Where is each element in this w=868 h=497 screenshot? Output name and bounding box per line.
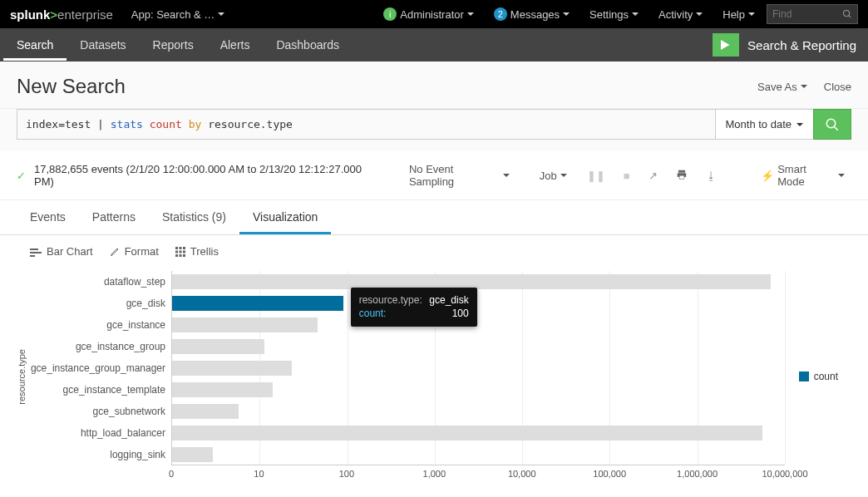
settings-menu[interactable]: Settings bbox=[581, 3, 647, 26]
chart-type-picker[interactable]: Bar Chart bbox=[30, 245, 93, 258]
run-search-button[interactable] bbox=[813, 109, 851, 140]
stop-button[interactable]: ■ bbox=[619, 166, 635, 185]
bar[interactable] bbox=[172, 296, 343, 311]
app-brand-label: Search & Reporting bbox=[739, 38, 868, 52]
tab-visualization[interactable]: Visualization bbox=[239, 200, 331, 234]
logo-product: enterprise bbox=[57, 7, 113, 22]
activity-menu[interactable]: Activity bbox=[650, 3, 711, 26]
caret-down-icon bbox=[467, 12, 474, 16]
search-mode-dropdown[interactable]: ⚡ Smart Mode bbox=[754, 160, 851, 191]
bar-row[interactable]: logging_sink bbox=[172, 447, 213, 462]
job-menu[interactable]: Job bbox=[533, 166, 574, 185]
messages-count-badge: 2 bbox=[494, 7, 507, 21]
svg-rect-12 bbox=[183, 247, 185, 249]
x-tick: 10,000,000 bbox=[762, 469, 807, 479]
page-header: New Search Save As Close bbox=[0, 62, 868, 109]
bar[interactable] bbox=[172, 361, 292, 376]
bar-row[interactable]: gce_instance_group_manager bbox=[172, 361, 292, 376]
tab-events[interactable]: Events bbox=[17, 200, 79, 234]
event-sampling-dropdown[interactable]: No Event Sampling bbox=[402, 160, 516, 191]
share-button[interactable]: ↗ bbox=[644, 166, 663, 185]
bar[interactable] bbox=[172, 404, 239, 419]
tab-statistics[interactable]: Statistics (9) bbox=[149, 200, 239, 234]
bar[interactable] bbox=[172, 426, 762, 440]
legend-swatch bbox=[799, 372, 809, 381]
search-input[interactable]: index=test | stats count by resource.typ… bbox=[17, 109, 715, 140]
bar-label: logging_sink bbox=[28, 449, 165, 460]
svg-rect-18 bbox=[183, 254, 185, 257]
logo-brand: splunk bbox=[10, 7, 50, 22]
time-range-picker[interactable]: Month to date bbox=[715, 109, 814, 140]
bar-row[interactable]: gce_instance_group bbox=[172, 339, 264, 354]
app-selector[interactable]: App: Search & … bbox=[123, 3, 233, 26]
bar-label: gce_instance bbox=[28, 319, 165, 331]
search-row: index=test | stats count by resource.typ… bbox=[0, 109, 868, 151]
print-button[interactable] bbox=[671, 165, 693, 186]
close-button[interactable]: Close bbox=[824, 81, 851, 93]
caret-down-icon bbox=[838, 174, 845, 177]
find-box[interactable] bbox=[767, 4, 858, 24]
x-axis: 0101001,00010,000100,0001,000,00010,000,… bbox=[171, 465, 785, 482]
check-icon: ✓ bbox=[17, 170, 26, 182]
svg-rect-16 bbox=[175, 254, 178, 257]
svg-rect-7 bbox=[30, 248, 38, 250]
search-icon bbox=[825, 117, 840, 132]
caret-down-icon bbox=[218, 12, 224, 16]
svg-rect-13 bbox=[175, 250, 178, 253]
svg-line-1 bbox=[848, 16, 851, 18]
nav-item-search[interactable]: Search bbox=[3, 29, 67, 61]
nav-item-datasets[interactable]: Datasets bbox=[67, 29, 139, 61]
help-menu[interactable]: Help bbox=[714, 3, 763, 26]
bar[interactable] bbox=[172, 382, 273, 397]
save-as-label: Save As bbox=[757, 81, 797, 93]
administrator-menu[interactable]: i Administrator bbox=[375, 2, 482, 26]
x-tick: 10,000 bbox=[508, 469, 536, 479]
app-brand-icon bbox=[713, 33, 739, 57]
bar-row[interactable]: http_load_balancer bbox=[172, 426, 762, 440]
app-selector-label: App: Search & … bbox=[131, 8, 215, 21]
chart-plot[interactable]: dataflow_stepgce_diskgce_instancegce_ins… bbox=[171, 271, 785, 465]
chart-area: resource.type dataflow_stepgce_diskgce_i… bbox=[0, 268, 868, 490]
grid-icon bbox=[175, 247, 185, 257]
svg-rect-10 bbox=[175, 247, 178, 249]
messages-menu[interactable]: 2 Messages bbox=[486, 2, 578, 26]
bar-label: http_load_balancer bbox=[28, 427, 165, 439]
nav-item-reports[interactable]: Reports bbox=[140, 29, 207, 61]
format-button[interactable]: Format bbox=[110, 245, 159, 258]
svg-rect-11 bbox=[179, 247, 181, 249]
x-tick: 100 bbox=[339, 469, 354, 479]
svg-rect-14 bbox=[179, 250, 181, 253]
bar[interactable] bbox=[172, 274, 771, 289]
viz-toolbar: Bar Chart Format Trellis bbox=[0, 235, 868, 268]
trellis-button[interactable]: Trellis bbox=[175, 245, 219, 258]
x-tick: 10 bbox=[254, 469, 264, 479]
tab-patterns[interactable]: Patterns bbox=[79, 200, 149, 234]
x-tick: 1,000 bbox=[423, 469, 446, 479]
bar-row[interactable]: gce_disk bbox=[172, 296, 343, 311]
bar-label: gce_subnetwork bbox=[28, 406, 165, 417]
bar-row[interactable]: dataflow_step bbox=[172, 274, 771, 289]
nav-item-dashboards[interactable]: Dashboards bbox=[263, 29, 353, 61]
bar-chart-icon bbox=[30, 247, 42, 257]
activity-label: Activity bbox=[658, 8, 693, 21]
find-input[interactable] bbox=[772, 8, 842, 20]
bar[interactable] bbox=[172, 447, 213, 462]
svg-rect-17 bbox=[179, 254, 181, 257]
bar[interactable] bbox=[172, 339, 264, 354]
logo: splunk>enterprise bbox=[10, 7, 113, 22]
close-label: Close bbox=[824, 81, 851, 93]
save-as-button[interactable]: Save As bbox=[757, 81, 807, 93]
svg-rect-4 bbox=[678, 170, 685, 172]
x-tick: 0 bbox=[169, 469, 174, 479]
pause-button[interactable]: ❚❚ bbox=[582, 166, 610, 185]
settings-label: Settings bbox=[589, 8, 629, 21]
bar-row[interactable]: gce_subnetwork bbox=[172, 404, 239, 419]
bar[interactable] bbox=[172, 317, 318, 332]
bar-row[interactable]: gce_instance bbox=[172, 317, 318, 332]
nav-item-alerts[interactable]: Alerts bbox=[207, 29, 264, 61]
bar-row[interactable]: gce_instance_template bbox=[172, 382, 273, 397]
export-button[interactable]: ⭳ bbox=[701, 166, 722, 185]
svg-point-0 bbox=[843, 10, 849, 16]
caret-down-icon bbox=[503, 174, 510, 177]
x-tick: 100,000 bbox=[593, 469, 626, 479]
